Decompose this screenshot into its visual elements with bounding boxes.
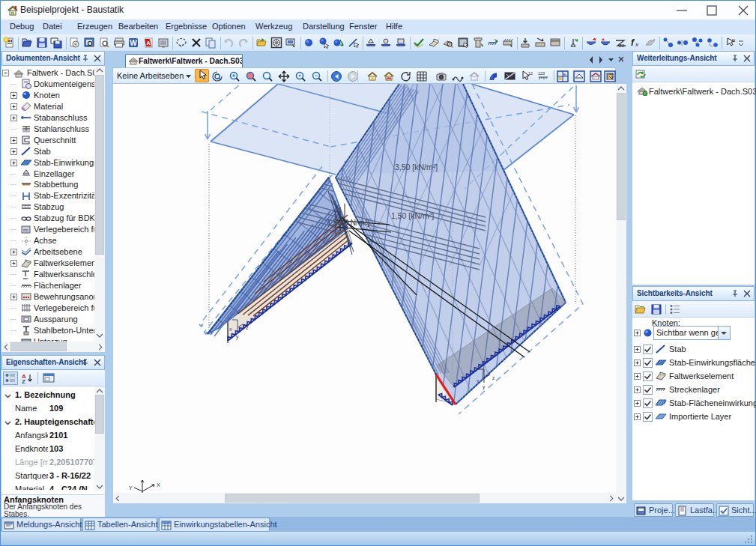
svg-text:cm: cm <box>23 228 28 232</box>
svg-text:W: W <box>130 39 137 47</box>
svg-text:N: N <box>732 38 735 43</box>
svg-text:X: X <box>157 482 160 488</box>
svg-text:y: y <box>483 384 486 390</box>
svg-text:1,50 [kN/m²]: 1,50 [kN/m²] <box>327 218 369 227</box>
svg-text:Z: Z <box>22 378 25 384</box>
svg-text:Z2: Z2 <box>619 43 625 48</box>
svg-text:x: x <box>635 41 639 48</box>
svg-text:z: z <box>246 325 248 330</box>
svg-text:1,50 [kN/m²]: 1,50 [kN/m²] <box>391 211 434 220</box>
svg-text:f: f <box>631 37 635 48</box>
svg-text:y: y <box>236 334 239 340</box>
svg-text:3,50 [kN/m²]: 3,50 [kN/m²] <box>395 163 438 172</box>
svg-text:Y: Y <box>129 485 133 491</box>
svg-text:A: A <box>146 40 150 46</box>
svg-text:z: z <box>492 375 495 380</box>
svg-text:12: 12 <box>528 71 533 76</box>
svg-text:123: 123 <box>538 71 545 76</box>
